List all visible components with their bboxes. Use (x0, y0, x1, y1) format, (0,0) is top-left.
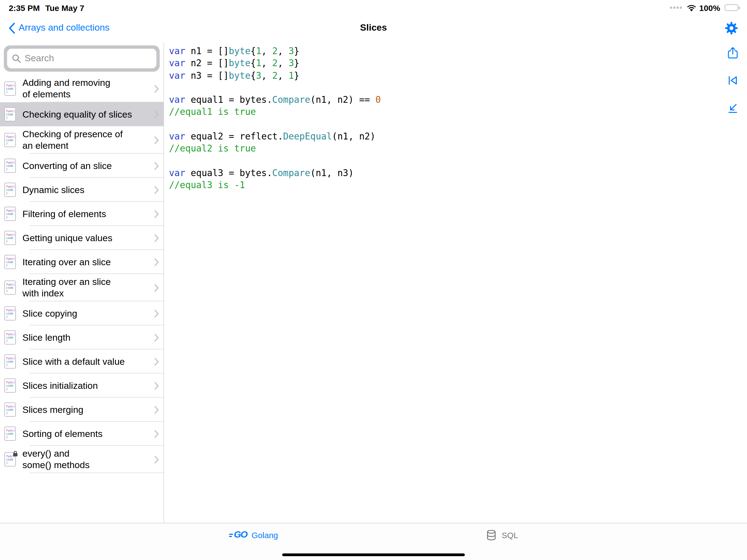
sidebar-item-label: Converting of an slice (22, 160, 151, 172)
chevron-right-icon (154, 406, 159, 414)
chevron-right-icon (154, 309, 159, 317)
sidebar-item[interactable]: func(code)Sorting of elements (0, 422, 163, 446)
sidebar-item-label: Getting unique values (22, 232, 151, 244)
database-icon (486, 529, 497, 541)
sidebar-item[interactable]: func(code)Checking of presence of an ele… (0, 126, 163, 154)
status-time: 2:35 PM (9, 3, 40, 12)
cellular-signal-icon (670, 7, 681, 9)
share-button[interactable] (725, 45, 740, 60)
code-snippet-icon: func(code) (4, 81, 16, 96)
sidebar-item-label: Slice copying (22, 308, 151, 319)
collapse-button[interactable] (725, 100, 740, 115)
tab-sql-label: SQL (502, 531, 518, 540)
chevron-right-icon (154, 455, 159, 463)
code-snippet-icon: func(code) (4, 159, 16, 173)
search-icon (12, 54, 21, 63)
code-snippet-icon: func(code) (4, 403, 16, 417)
tab-golang-label: Golang (252, 530, 278, 539)
chevron-right-icon (154, 110, 159, 119)
back-chevron-icon (9, 22, 15, 34)
code-snippet-icon: func(code) (4, 452, 16, 466)
sidebar-item[interactable]: func(code)Filtering of elements (0, 202, 163, 226)
chevron-right-icon (154, 186, 159, 194)
code-snippet-icon: func(code) (4, 107, 16, 121)
topics-list: func(code)Adding and removing of element… (0, 75, 163, 523)
sidebar-item[interactable]: func(code)Dynamic slices (0, 178, 163, 202)
code-snippet-icon: func(code) (4, 183, 16, 197)
sidebar-item[interactable]: func(code)Iterating over an slice with i… (0, 274, 163, 301)
chevron-right-icon (154, 84, 159, 93)
chevron-right-icon (154, 430, 159, 438)
chevron-right-icon (154, 284, 159, 292)
sidebar-item[interactable]: func(code)every() and some() methods (0, 446, 163, 473)
sidebar-item[interactable]: func(code)Slice copying (0, 301, 163, 325)
code-snippet-icon: func(code) (4, 231, 16, 245)
content-area: Search func(code)Adding and removing of … (0, 43, 747, 523)
tab-sql[interactable]: SQL (486, 529, 518, 541)
code-toolbar (725, 45, 740, 115)
code-pane: var n1 = []byte{1, 2, 3}var n2 = []byte{… (164, 43, 747, 523)
code-snippet-icon: func(code) (4, 281, 16, 295)
tab-bar: GO Golang SQL (0, 523, 747, 560)
jump-to-start-icon (726, 74, 739, 87)
sidebar-item[interactable]: func(code)Getting unique values (0, 226, 163, 250)
sidebar-item-label: Slices initialization (22, 380, 151, 391)
app-screen: 2:35 PM Tue May 7 100% Arrays and colle (0, 0, 747, 560)
search-input[interactable]: Search (7, 49, 156, 68)
sidebar-item[interactable]: func(code)Checking equality of slices (0, 102, 163, 126)
status-bar: 2:35 PM Tue May 7 100% (0, 0, 747, 13)
sidebar-item-label: Slice length (22, 332, 151, 343)
collapse-diagonal-arrow-icon (726, 101, 739, 114)
code-snippet-icon: func(code) (4, 427, 16, 441)
sidebar-item-label: Checking of presence of an element (22, 128, 151, 152)
navigation-bar: Arrays and collections Slices (0, 13, 747, 43)
code-snippet-icon: func(code) (4, 330, 16, 345)
sidebar-item-label: Checking equality of slices (22, 108, 151, 120)
chevron-right-icon (154, 381, 159, 390)
sidebar-item[interactable]: func(code)Converting of an slice (0, 154, 163, 178)
sidebar-item-label: Adding and removing of elements (22, 77, 151, 100)
gear-icon (725, 21, 738, 35)
battery-percent: 100% (699, 3, 720, 12)
chevron-right-icon (154, 234, 159, 242)
code-snippet-icon: func(code) (4, 207, 16, 221)
page-title: Slices (0, 22, 747, 33)
sidebar-item[interactable]: func(code)Iterating over an slice (0, 250, 163, 274)
chevron-right-icon (154, 357, 159, 365)
sidebar-item-label: Slice with a default value (22, 356, 151, 367)
sidebar-item-label: Iterating over an slice (22, 256, 151, 268)
sidebar-item[interactable]: func(code)Adding and removing of element… (0, 75, 163, 102)
code-snippet-icon: func(code) (4, 378, 16, 393)
search-bar: Search (4, 45, 160, 72)
sidebar-item[interactable]: func(code)Slice length (0, 325, 163, 350)
chevron-right-icon (154, 333, 159, 341)
code-snippet-icon: func(code) (4, 133, 16, 147)
sidebar-item-label: Sorting of elements (22, 428, 151, 439)
tab-golang[interactable]: GO Golang (229, 529, 278, 540)
code-snippet-icon: func(code) (4, 354, 16, 368)
sidebar-item-label: Filtering of elements (22, 208, 151, 220)
sidebar-item-label: every() and some() methods (22, 448, 151, 471)
sidebar-item[interactable]: func(code)Slices initialization (0, 374, 163, 398)
golang-logo-icon: GO (229, 529, 247, 540)
sidebar-item-label: Iterating over an slice with index (22, 276, 151, 299)
code-snippet-icon: func(code) (4, 255, 16, 269)
settings-button[interactable] (725, 21, 738, 35)
jump-to-start-button[interactable] (725, 73, 740, 87)
wifi-icon (687, 4, 696, 11)
chevron-right-icon (154, 210, 159, 218)
home-indicator[interactable] (282, 554, 465, 556)
code-snippet-icon: func(code) (4, 306, 16, 321)
sidebar-item[interactable]: func(code)Slices merging (0, 398, 163, 422)
code-view[interactable]: var n1 = []byte{1, 2, 3}var n2 = []byte{… (164, 43, 747, 192)
chevron-right-icon (154, 136, 159, 144)
search-placeholder: Search (25, 53, 54, 64)
sidebar-item[interactable]: func(code)Slice with a default value (0, 350, 163, 374)
battery-icon (725, 4, 738, 11)
back-button[interactable]: Arrays and collections (9, 22, 110, 34)
lock-icon (12, 451, 18, 457)
share-icon (726, 46, 739, 59)
sidebar-item-label: Slices merging (22, 404, 151, 415)
status-date: Tue May 7 (45, 3, 84, 12)
chevron-right-icon (154, 258, 159, 266)
